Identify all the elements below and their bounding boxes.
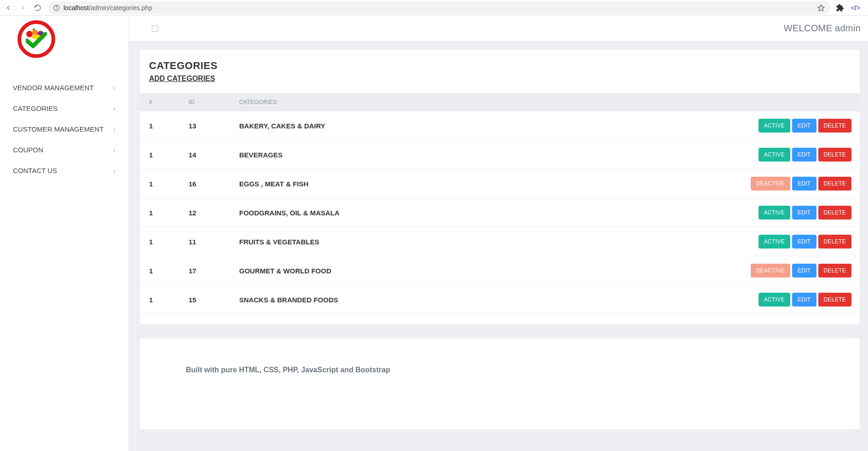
table-row: 112FOODGRAINS, OIL & MASALAACTIVEEDITDEL… [140,198,860,227]
sidebar-item-categories[interactable]: CATEGORIES › [0,98,128,119]
cell-id: 12 [181,198,232,227]
topbar: WELCOME admin [129,16,868,41]
cell-name: FRUITS & VEGETABLES [232,227,726,256]
star-icon[interactable] [817,4,825,12]
sidebar-item-customer-management[interactable]: CUSTOMER MANAGEMENT › [0,119,128,139]
main-area: WELCOME admin CATEGORIES ADD CATEGORIES … [129,16,868,451]
deactive-button[interactable]: DEACTIVE [751,177,790,191]
brand-logo [17,20,55,58]
categories-card: CATEGORIES ADD CATEGORIES # ID CATEGORIE… [140,50,860,324]
table-row: 115SNACKS & BRANDED FOODSACTIVEEDITDELET… [140,285,860,314]
col-header-id: ID [181,93,232,111]
sidebar-item-label: VENDOR MANAGEMENT [13,84,94,92]
cell-id: 17 [181,256,232,285]
active-button[interactable]: ACTIVE [759,206,790,220]
cell-actions: DEACTIVEEDITDELETE [726,169,860,198]
delete-button[interactable]: DELETE [818,177,851,191]
sidebar: VENDOR MANAGEMENT › CATEGORIES › CUSTOME… [0,16,129,451]
chevron-right-icon: › [113,126,115,133]
cell-num: 1 [140,256,181,285]
delete-button[interactable]: DELETE [818,206,851,220]
cell-id: 16 [181,169,232,198]
cell-num: 1 [140,198,181,227]
info-icon [53,5,60,11]
edit-button[interactable]: EDIT [792,119,816,133]
active-button[interactable]: ACTIVE [759,119,790,133]
cell-id: 14 [181,140,232,169]
active-button[interactable]: ACTIVE [759,235,790,249]
cell-num: 1 [140,227,181,256]
footer-card: Built with pure HTML, CSS, PHP, JavaScri… [140,338,860,429]
cell-id: 11 [181,227,232,256]
sidebar-item-vendor-management[interactable]: VENDOR MANAGEMENT › [0,77,128,98]
delete-button[interactable]: DELETE [818,148,851,162]
sidebar-menu: VENDOR MANAGEMENT › CATEGORIES › CUSTOME… [0,77,128,181]
edit-button[interactable]: EDIT [792,235,816,249]
browser-forward-button[interactable] [18,3,28,12]
cell-id: 15 [181,285,232,314]
sidebar-item-label: CATEGORIES [13,104,57,112]
url-text: localhost/admin/categories.php [63,4,152,12]
svg-point-2 [56,6,57,6]
categories-table: # ID CATEGORIES 113BAKERY, CAKES & DAIRY… [140,93,860,314]
footer-text: Built with pure HTML, CSS, PHP, JavaScri… [186,366,390,374]
sidebar-item-contact-us[interactable]: CONTACT US › [0,160,128,181]
chevron-right-icon: › [113,167,115,174]
sidebar-item-label: CONTACT US [13,167,57,174]
browser-reload-button[interactable] [33,3,42,12]
table-row: 113BAKERY, CAKES & DAIRYACTIVEEDITDELETE [140,111,860,140]
address-bar[interactable]: localhost/admin/categories.php [48,1,830,14]
cell-num: 1 [140,169,181,198]
cell-name: GOURMET & WORLD FOOD [232,256,726,285]
browser-toolbar: localhost/admin/categories.php </> [0,0,868,16]
edit-button[interactable]: EDIT [792,206,816,220]
chevron-right-icon: › [113,146,115,154]
delete-button[interactable]: DELETE [818,235,851,249]
delete-button[interactable]: DELETE [818,293,851,306]
cell-actions: ACTIVEEDITDELETE [726,227,860,256]
deactive-button[interactable]: DEACTIVE [751,264,790,278]
browser-back-button[interactable] [4,3,13,12]
edit-button[interactable]: EDIT [792,177,816,191]
cell-actions: ACTIVEEDITDELETE [726,198,860,227]
sidebar-item-coupon[interactable]: COUPON › [0,139,128,160]
cell-name: BAKERY, CAKES & DAIRY [232,111,726,140]
extensions-icon[interactable] [836,4,844,12]
cell-id: 13 [181,111,232,140]
table-row: 117GOURMET & WORLD FOODDEACTIVEEDITDELET… [140,256,860,285]
chevron-right-icon: › [113,105,115,112]
col-header-name: CATEGORIES [232,93,726,111]
cell-name: BEVERAGES [232,140,726,169]
table-row: 111FRUITS & VEGETABLESACTIVEEDITDELETE [140,227,860,256]
edit-button[interactable]: EDIT [792,293,816,306]
welcome-text: WELCOME admin [784,23,861,34]
cell-actions: ACTIVEEDITDELETE [726,111,860,140]
svg-marker-3 [818,5,824,11]
edit-button[interactable]: EDIT [792,264,816,278]
cell-num: 1 [140,140,181,169]
active-button[interactable]: ACTIVE [759,148,790,162]
menu-toggle-icon[interactable] [152,25,158,32]
cell-actions: DEACTIVEEDITDELETE [726,256,860,285]
chevron-right-icon: › [113,84,115,92]
page-title: CATEGORIES [149,60,851,72]
add-categories-link[interactable]: ADD CATEGORIES [149,75,215,83]
dev-extension-icon[interactable]: </> [851,3,861,12]
cell-actions: ACTIVEEDITDELETE [726,285,860,314]
sidebar-item-label: CUSTOMER MANAGEMENT [13,125,103,133]
cell-name: EGGS , MEAT & FISH [232,169,726,198]
edit-button[interactable]: EDIT [792,148,816,162]
delete-button[interactable]: DELETE [818,264,851,278]
table-row: 116EGGS , MEAT & FISHDEACTIVEEDITDELETE [140,169,860,198]
delete-button[interactable]: DELETE [818,119,851,133]
cell-num: 1 [140,111,181,140]
col-header-num: # [140,93,181,111]
cell-actions: ACTIVEEDITDELETE [726,140,860,169]
active-button[interactable]: ACTIVE [759,293,790,306]
sidebar-item-label: COUPON [13,146,43,154]
table-row: 114BEVERAGESACTIVEEDITDELETE [140,140,860,169]
cell-num: 1 [140,285,181,314]
cell-name: FOODGRAINS, OIL & MASALA [232,198,726,227]
cell-name: SNACKS & BRANDED FOODS [232,285,726,314]
